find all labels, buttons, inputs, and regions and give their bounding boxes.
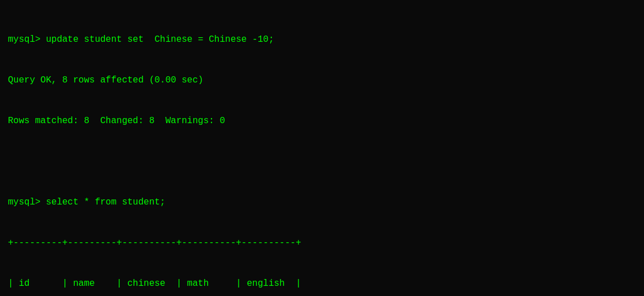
result-line-1: Query OK, 8 rows affected (0.00 sec): [8, 73, 636, 87]
table-header: | id | name | chinese | math | english |: [8, 277, 636, 290]
command-line-2: mysql> select * from student;: [8, 195, 636, 209]
command-line-1: mysql> update student set Chinese = Chin…: [8, 33, 636, 46]
table-divider-top: +---------+---------+----------+--------…: [8, 236, 636, 250]
terminal-output: mysql> update student set Chinese = Chin…: [8, 6, 636, 296]
result-line-2: Rows matched: 8 Changed: 8 Warnings: 0: [8, 114, 636, 128]
blank-line: [8, 155, 636, 168]
